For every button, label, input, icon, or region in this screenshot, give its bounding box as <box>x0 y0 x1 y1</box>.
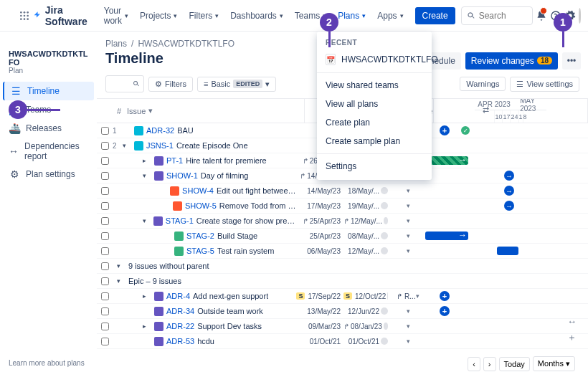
more-actions-button[interactable]: ••• <box>562 52 581 70</box>
sidebar-item-timeline[interactable]: ☰ Timeline <box>3 82 94 100</box>
row-checkbox[interactable] <box>101 262 109 270</box>
issue-row[interactable]: ADR-53 hcdu 01/Oct/21 01/Oct/21 ▾ <box>97 334 588 349</box>
row-checkbox[interactable] <box>101 157 109 165</box>
end-date[interactable]: 18/May/... <box>343 187 391 195</box>
gantt-cell[interactable]: + <box>425 304 588 318</box>
issue-key[interactable]: STAG-2 <box>186 232 214 240</box>
dropdown-settings[interactable]: Settings <box>317 157 432 176</box>
expand-toggle[interactable]: ▸ <box>143 323 151 330</box>
sidebar-item-dependencies[interactable]: ↔ Dependencies report <box>3 138 94 165</box>
nav-filters[interactable]: Filters <box>184 8 223 24</box>
expand-toggle[interactable]: ▸ <box>143 292 151 300</box>
issue-key[interactable]: ADR-4 <box>166 292 190 300</box>
start-date[interactable]: 14/May/23 <box>296 187 343 195</box>
row-checkbox[interactable] <box>101 307 109 315</box>
gantt-cell[interactable] <box>425 153 588 168</box>
gantt-cell[interactable] <box>425 334 588 348</box>
gantt-cell[interactable]: +✓ <box>425 123 588 138</box>
zoom-select[interactable]: Months ▾ <box>533 356 575 371</box>
issue-key[interactable]: ADR-34 <box>166 307 194 315</box>
basic-filter-button[interactable]: ≡ Basic EDITED ▾ <box>197 77 276 92</box>
dropdown-recent-plan[interactable]: 📅 HWSACWDTKDTKTLFO <box>317 49 432 70</box>
issue-row[interactable]: STAG-5 Test rain system 06/May/23 12/May… <box>97 244 588 259</box>
gantt-cell[interactable] <box>425 229 588 243</box>
view-settings-button[interactable]: ☰ View settings <box>510 77 579 92</box>
start-date[interactable]: 01/Oct/21 <box>296 338 343 345</box>
start-date[interactable]: 17/May/23 <box>296 202 343 210</box>
issue-row[interactable]: STAG-2 Build Stage 25/Apr/23 08/May/... … <box>97 229 588 244</box>
filters-button[interactable]: ⚙ Filters <box>148 77 193 92</box>
issue-key[interactable]: SHOW-1 <box>166 171 198 180</box>
gantt-add-icon[interactable]: + <box>440 291 450 301</box>
start-date[interactable]: 25/Apr/23 <box>296 232 343 240</box>
end-date[interactable]: ↱ 08/Jan/23 <box>343 323 391 330</box>
issue-key[interactable]: STAG-5 <box>186 247 214 255</box>
app-switcher-icon[interactable] <box>19 9 30 23</box>
gantt-cell[interactable]: → <box>425 199 588 213</box>
release-cell[interactable]: ↱ R... ▾ <box>391 292 425 300</box>
dropdown-view-all[interactable]: View all plans <box>317 95 432 113</box>
start-date[interactable]: 06/May/23 <box>296 247 343 255</box>
review-changes-button[interactable]: Review changes 18 <box>465 52 558 70</box>
notifications-icon[interactable] <box>536 7 547 24</box>
jira-logo[interactable]: Jira Software <box>33 4 91 27</box>
end-date[interactable]: 08/May/... <box>343 232 391 240</box>
nav-dashboards[interactable]: Dashboards <box>226 8 288 24</box>
timeline-search-input[interactable] <box>105 75 144 92</box>
issue-row[interactable]: ▾ STAG-1 Create stage for show premiere … <box>97 214 588 229</box>
gantt-arrow-icon[interactable]: → <box>504 186 514 196</box>
row-checkbox[interactable] <box>101 202 109 210</box>
issue-key[interactable]: JSNS-1 <box>146 141 174 150</box>
create-button[interactable]: Create <box>415 7 455 24</box>
row-checkbox[interactable] <box>101 172 109 180</box>
start-date[interactable]: S 17/Sep/22 <box>296 292 343 300</box>
row-checkbox[interactable] <box>101 187 109 195</box>
row-checkbox[interactable] <box>101 323 109 330</box>
release-cell[interactable]: ▾ <box>391 338 425 345</box>
dropdown-create-plan[interactable]: Create plan <box>317 113 432 132</box>
release-cell[interactable]: ▾ <box>391 217 425 224</box>
issue-key[interactable]: STAG-1 <box>166 216 194 225</box>
release-cell[interactable]: ▾ <box>391 323 425 330</box>
dropdown-create-sample[interactable]: Create sample plan <box>317 132 432 151</box>
float-copy-icon[interactable]: ↔ <box>567 316 577 327</box>
breadcrumb-plan[interactable]: HWSACWDTKDTKTLFO <box>138 39 234 49</box>
prev-button[interactable]: ‹ <box>468 357 480 371</box>
global-search-input[interactable] <box>461 6 533 25</box>
row-checkbox[interactable] <box>101 142 109 150</box>
gantt-add-icon[interactable]: + <box>440 125 450 135</box>
sidebar-footer-link[interactable]: Learn more about plans <box>3 355 94 371</box>
row-checkbox[interactable] <box>101 247 109 255</box>
start-date[interactable]: ↱ 25/Apr/23 <box>296 217 343 225</box>
drag-handle-icon[interactable]: ⇄ <box>483 105 489 115</box>
gantt-arrow-icon[interactable]: → <box>504 201 514 211</box>
end-date[interactable]: S 12/Oct/22 <box>343 292 391 300</box>
dropdown-view-shared[interactable]: View shared teams <box>317 76 432 95</box>
breadcrumb-root[interactable]: Plans <box>105 39 127 49</box>
gantt-cell[interactable] <box>425 244 588 258</box>
release-cell[interactable]: ▾ <box>391 187 425 194</box>
issue-key[interactable]: PT-1 <box>166 156 183 165</box>
issue-row[interactable]: SHOW-4 Edit out fight between MPB and B … <box>97 183 588 199</box>
end-date[interactable]: 19/May/... <box>343 202 391 210</box>
col-issue[interactable]: # Issue ▾ <box>97 99 305 123</box>
group-row[interactable]: ▾ 9 issues without parent <box>97 259 588 274</box>
row-checkbox[interactable] <box>101 338 109 345</box>
expand-toggle[interactable]: ▾ <box>143 217 151 224</box>
gantt-bar[interactable] <box>425 156 468 165</box>
row-checkbox[interactable] <box>101 217 109 225</box>
release-cell[interactable]: ▾ <box>391 232 425 239</box>
warnings-button[interactable]: Warnings <box>460 77 506 91</box>
gantt-add-icon[interactable]: + <box>440 306 450 316</box>
issue-row[interactable]: ▸ ADR-22 Support Dev tasks 09/Mar/23 ↱ 0… <box>97 319 588 334</box>
end-date[interactable]: 01/Oct/21 <box>343 338 391 345</box>
release-cell[interactable]: ▾ <box>391 307 425 315</box>
expand-toggle[interactable]: ▾ <box>117 277 125 285</box>
expand-toggle[interactable]: ▸ <box>143 157 151 164</box>
issue-row[interactable]: ADR-34 Outside team work 13/May/22 12/Ju… <box>97 304 588 319</box>
gantt-cell[interactable] <box>425 319 588 333</box>
expand-toggle[interactable]: ▾ <box>123 142 131 149</box>
issue-key[interactable]: SHOW-5 <box>185 201 217 210</box>
end-date[interactable]: 12/Jun/22 <box>343 307 391 315</box>
group-row[interactable]: ▾ Epic – 9 issues <box>97 274 588 289</box>
